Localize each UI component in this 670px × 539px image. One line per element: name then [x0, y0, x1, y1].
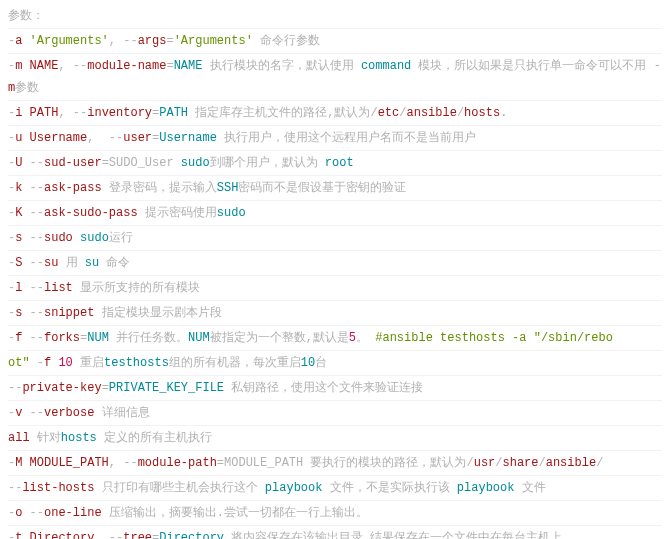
token-grey: 登录密码，提示输入 [102, 181, 217, 195]
token-sel: ask-pass [44, 181, 102, 195]
token-sel: sud-user [44, 156, 102, 170]
token-grey: , -- [87, 131, 123, 145]
code-line-7: -K --ask-sudo-pass 提示密码使用sudo [8, 200, 662, 225]
token-grey: 用 [58, 256, 84, 270]
token-grey: 定义的所有主机执行 [97, 431, 212, 445]
token-grey: -- [22, 256, 44, 270]
code-line-15: -v --verbose 详细信息 [8, 400, 662, 425]
token-grey: -- [22, 506, 44, 520]
token-grey: 命令行参数 [253, 34, 320, 48]
token-grey: 台 [315, 356, 327, 370]
token-grey: 私钥路径，使用这个文件来验证连接 [224, 381, 423, 395]
token-val: playbook [457, 481, 515, 495]
token-sel: module-path [138, 456, 217, 470]
token-grey: 只打印有哪些主机会执行这个 [94, 481, 264, 495]
code-line-3: -i PATH, --inventory=PATH 指定库存主机文件的路径,默认… [8, 100, 662, 125]
code-line-8: -s --sudo sudo运行 [8, 225, 662, 250]
token-grey: 重启 [73, 356, 104, 370]
token-sel: su [44, 256, 58, 270]
token-grey: 命令 [99, 256, 130, 270]
token-sel: ansible [406, 106, 456, 120]
token-sel: t Directory [15, 531, 94, 539]
token-grey: 压缩输出，摘要输出.尝试一切都在一行上输出。 [102, 506, 368, 520]
token-grey: 到哪个用户，默认为 [210, 156, 325, 170]
token-val: playbook [265, 481, 323, 495]
token-val: root [325, 156, 354, 170]
code-line-16: all 针对hosts 定义的所有主机执行 [8, 425, 662, 450]
token-val: NAME [174, 59, 203, 73]
token-sel: snippet [44, 306, 94, 320]
token-sel: etc [378, 106, 400, 120]
token-grey: -- [22, 181, 44, 195]
token-grey: , -- [94, 531, 123, 539]
token-grey: = [166, 59, 173, 73]
token-grey: -- [22, 406, 44, 420]
token-grey: =SUDO_User [102, 156, 181, 170]
code-line-19: -o --one-line 压缩输出，摘要输出.尝试一切都在一行上输出。 [8, 500, 662, 525]
token-sel: list-hosts [22, 481, 94, 495]
token-grey: 针对 [30, 431, 61, 445]
token-grey: , -- [58, 106, 87, 120]
code-line-9: -S --su 用 su 命令 [8, 250, 662, 275]
token-grey: -- [22, 331, 44, 345]
token-val: sudo [217, 206, 246, 220]
token-grey: / [495, 456, 502, 470]
token-val: sudo [80, 231, 109, 245]
token-sel: inventory [87, 106, 152, 120]
token-grey: , -- [58, 59, 87, 73]
token-grey: . [500, 106, 507, 120]
token-red: 5 [349, 331, 356, 345]
token-val: NUM [188, 331, 210, 345]
token-grey: -- [22, 306, 44, 320]
token-sel: ansible [546, 456, 596, 470]
token-grey: 参数： [8, 9, 44, 23]
token-grey: / [539, 456, 546, 470]
token-grey: - [30, 356, 44, 370]
token-sel: args [138, 34, 167, 48]
token-grey: 密码而不是假设基于密钥的验证 [238, 181, 406, 195]
token-val: SSH [217, 181, 239, 195]
code-line-18: --list-hosts 只打印有哪些主机会执行这个 playbook 文件，不… [8, 475, 662, 500]
token-val: hosts [61, 431, 97, 445]
token-sel: i PATH [15, 106, 58, 120]
token-grey: 将内容保存在该输出目录,结果保存在一个文件中在每台主机上。 [224, 531, 574, 539]
code-line-14: --private-key=PRIVATE_KEY_FILE 私钥路径，使用这个… [8, 375, 662, 400]
code-line-12: -f --forks=NUM 并行任务数。NUM被指定为一个整数,默认是5。 #… [8, 325, 662, 350]
token-grey: 参数 [15, 81, 39, 95]
token-grey: 执行模块的名字，默认使用 [202, 59, 360, 73]
token-sel: a [15, 34, 29, 48]
token-sel: private-key [22, 381, 101, 395]
code-line-0: 参数： [8, 4, 662, 28]
token-grey: -- [22, 206, 44, 220]
token-grey: 并行任务数。 [109, 331, 188, 345]
token-grey: 。 [356, 331, 375, 345]
token-val: sudo [181, 156, 210, 170]
token-sel: sudo [44, 231, 73, 245]
token-sel: usr [474, 456, 496, 470]
token-sel: m NAME [15, 59, 58, 73]
token-grey: 执行用户，使用这个远程用户名而不是当前用户 [217, 131, 476, 145]
token-grey: 被指定为一个整数,默认是 [210, 331, 349, 345]
code-line-2: -m NAME, --module-name=NAME 执行模块的名字，默认使用… [8, 53, 662, 100]
token-grey: 模块，所以如果是只执行单一命令可以不用 - [411, 59, 661, 73]
token-grey: 文件 [514, 481, 545, 495]
token-cmt: ot" [8, 356, 30, 370]
token-grey: / [596, 456, 603, 470]
token-grey: 详细信息 [94, 406, 149, 420]
token-grey: , -- [109, 34, 138, 48]
code-line-11: -s --snippet 指定模块显示剧本片段 [8, 300, 662, 325]
token-val: NUM [87, 331, 109, 345]
token-grey: 运行 [109, 231, 133, 245]
code-line-6: -k --ask-pass 登录密码，提示输入SSH密码而不是假设基于密钥的验证 [8, 175, 662, 200]
token-sel: verbose [44, 406, 94, 420]
token-val: PRIVATE_KEY_FILE [109, 381, 224, 395]
code-line-5: -U --sud-user=SUDO_User sudo到哪个用户，默认为 ro… [8, 150, 662, 175]
code-line-1: -a 'Arguments', --args='Arguments' 命令行参数 [8, 28, 662, 53]
token-grey [73, 231, 80, 245]
token-grey: 指定模块显示剧本片段 [94, 306, 221, 320]
token-grey: = [166, 34, 173, 48]
code-line-4: -u Username, --user=Username 执行用户，使用这个远程… [8, 125, 662, 150]
token-val: Username [159, 131, 217, 145]
token-sel: module-name [87, 59, 166, 73]
token-sel: M MODULE_PATH [15, 456, 109, 470]
